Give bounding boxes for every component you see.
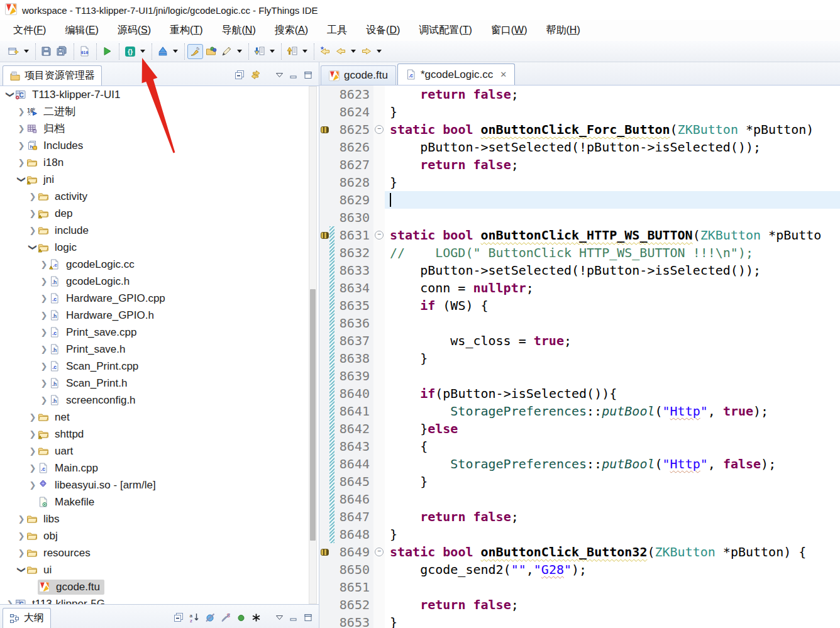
- upload-target-dropdown-caret[interactable]: [302, 50, 307, 53]
- collapse-all-icon[interactable]: [174, 612, 184, 622]
- code-text[interactable]: conn = nullptr;: [385, 279, 840, 297]
- code-line-8623[interactable]: 8623 return false;: [319, 85, 840, 103]
- code-text[interactable]: StoragePreferences::putBool("Http", fals…: [385, 455, 840, 473]
- editor-tab--gcodeLogic.cc[interactable]: .c*gcodeLogic.cc✕: [397, 63, 515, 85]
- tree-expand-icon[interactable]: ❯: [39, 344, 49, 354]
- forward-dropdown-caret[interactable]: [377, 50, 382, 53]
- fold-collapse-icon[interactable]: −: [375, 548, 384, 556]
- tree-item-归档[interactable]: ❯归档: [16, 120, 67, 137]
- code-line-8624[interactable]: 8624}: [319, 103, 840, 121]
- tree-item-obj[interactable]: ❯obj: [16, 527, 60, 544]
- tree-item-ui[interactable]: ❯ui: [16, 561, 53, 578]
- code-line-8631[interactable]: 8631−static bool onButtonClick_HTTP_WS_B…: [319, 226, 840, 244]
- tab-close-icon[interactable]: ✕: [500, 70, 507, 79]
- code-line-8629[interactable]: 8629: [319, 191, 840, 209]
- flash-download-dropdown-caret[interactable]: [173, 50, 178, 53]
- fold-collapse-icon[interactable]: −: [375, 125, 384, 134]
- tree-item-resources[interactable]: ❯resources: [16, 544, 92, 561]
- code-line-8648[interactable]: 8648}: [319, 526, 840, 543]
- tree-expand-icon[interactable]: ❯: [5, 599, 15, 604]
- code-line-8645[interactable]: 8645 }: [319, 473, 840, 490]
- save-all-button[interactable]: [54, 44, 70, 59]
- tree-expand-icon[interactable]: ❯: [39, 361, 49, 371]
- tree-expand-icon[interactable]: ❯: [28, 429, 38, 439]
- code-line-8653[interactable]: 8653}: [319, 614, 840, 628]
- tree-item-libeasyui.so---arm-le-[interactable]: ❯libeasyui.so - [arm/le]: [28, 477, 158, 493]
- code-line-8638[interactable]: 8638 }: [319, 350, 840, 367]
- code-line-8643[interactable]: 8643 {: [319, 438, 840, 455]
- tree-expand-icon[interactable]: ❯: [28, 463, 38, 473]
- tree-item-activity[interactable]: ❯activity: [28, 188, 89, 205]
- tree-item-Print_save.cpp[interactable]: ❯.cPrint_save.cpp: [39, 324, 138, 341]
- new-wizard-button[interactable]: [6, 44, 21, 59]
- code-line-8627[interactable]: 8627 return false;: [319, 156, 840, 174]
- tree-expand-icon[interactable]: ❯: [6, 90, 15, 100]
- tree-item-二进制[interactable]: ❯10二进制: [16, 103, 77, 120]
- tree-expand-icon[interactable]: ❯: [16, 141, 26, 150]
- code-line-8646[interactable]: 8646: [319, 490, 840, 508]
- download-target-dropdown-caret[interactable]: [270, 50, 275, 53]
- code-text[interactable]: static bool onButtonClick_Forc_Button(ZK…: [385, 121, 840, 138]
- tree-expand-icon[interactable]: ❯: [16, 158, 26, 167]
- flash-download-button[interactable]: [155, 44, 170, 59]
- tree-item-gcode.ftu[interactable]: gcode.ftu: [28, 578, 104, 595]
- code-line-8626[interactable]: 8626 pButton->setSelected(!pButton->isSe…: [319, 138, 840, 156]
- code-line-8641[interactable]: 8641 StoragePreferences::putBool("Http",…: [319, 402, 840, 420]
- binary-file-button[interactable]: 010: [77, 44, 92, 59]
- code-text[interactable]: {: [385, 438, 840, 455]
- tree-expand-icon[interactable]: ❯: [39, 395, 49, 405]
- tree-item-i18n[interactable]: ❯i18n: [16, 154, 65, 171]
- code-line-8640[interactable]: 8640 if(pButton->isSelected()){: [319, 385, 840, 402]
- tree-expand-icon[interactable]: ❯: [28, 226, 38, 235]
- code-text[interactable]: [385, 578, 840, 596]
- link-editor-icon[interactable]: [250, 70, 261, 80]
- code-text[interactable]: return false;: [385, 85, 840, 103]
- tree-expand-icon[interactable]: ❯: [28, 446, 38, 456]
- hide-non-public-icon[interactable]: [251, 613, 261, 622]
- code-text[interactable]: }: [385, 473, 840, 490]
- code-line-8634[interactable]: 8634 conn = nullptr;: [319, 279, 840, 297]
- tab-outline[interactable]: 大纲: [3, 608, 51, 628]
- menu-item-窗口-W-[interactable]: 窗口(W): [483, 21, 536, 40]
- code-text[interactable]: }: [385, 614, 840, 628]
- code-line-8644[interactable]: 8644 StoragePreferences::putBool("Http",…: [319, 455, 840, 473]
- tree-expand-icon[interactable]: ❯: [39, 260, 49, 269]
- code-line-8651[interactable]: 8651: [319, 578, 840, 596]
- new-wizard-dropdown-caret[interactable]: [24, 50, 29, 53]
- format-brush-button[interactable]: [187, 44, 203, 59]
- code-text[interactable]: static bool onButtonClick_HTTP_WS_BUTTON…: [385, 226, 840, 244]
- tree-expand-icon[interactable]: ❯: [17, 565, 26, 575]
- menu-item-重构-T-[interactable]: 重构(T): [162, 21, 211, 40]
- tree-item-jni[interactable]: ❯jni: [16, 171, 56, 188]
- tree-expand-icon[interactable]: ❯: [28, 243, 38, 253]
- back-star-button[interactable]: [317, 44, 333, 59]
- tree-item-Main.cpp[interactable]: ❯.cMain.cpp: [28, 460, 100, 477]
- code-text[interactable]: return false;: [385, 508, 840, 526]
- tree-item-Includes[interactable]: ❯hIncludes: [16, 137, 85, 154]
- tree-item-shttpd[interactable]: ❯shttpd: [28, 426, 86, 443]
- tree-expand-icon[interactable]: ❯: [39, 277, 49, 286]
- code-text[interactable]: static bool onButtonClick_Button32(ZKBut…: [385, 543, 840, 561]
- back-button[interactable]: [333, 44, 348, 59]
- code-text[interactable]: StoragePreferences::putBool("Http", true…: [385, 402, 840, 420]
- code-text[interactable]: }: [385, 103, 840, 121]
- tree-item-Hardware_GPIO.h[interactable]: ❯.hHardware_GPIO.h: [39, 307, 156, 324]
- code-text[interactable]: [385, 314, 840, 332]
- code-editor[interactable]: 8623 return false;8624}8625−static bool …: [319, 85, 840, 628]
- view-menu-icon[interactable]: [275, 71, 284, 79]
- code-text[interactable]: // LOGD(" ButtonClick HTTP_WS_BUTTON !!!…: [385, 244, 840, 262]
- code-text[interactable]: [385, 490, 840, 508]
- pen-tool-dropdown-caret[interactable]: [237, 50, 242, 53]
- sort-icon[interactable]: az: [189, 612, 199, 622]
- tree-expand-icon[interactable]: ❯: [28, 412, 38, 422]
- menu-item-导航-N-[interactable]: 导航(N): [214, 21, 264, 40]
- code-text[interactable]: if(pButton->isSelected()){: [385, 385, 840, 402]
- code-text[interactable]: pButton->setSelected(!pButton->isSelecte…: [385, 138, 840, 156]
- code-text[interactable]: return false;: [385, 596, 840, 614]
- code-text[interactable]: [385, 367, 840, 385]
- code-line-8632[interactable]: 8632// LOGD(" ButtonClick HTTP_WS_BUTTON…: [319, 244, 840, 262]
- code-line-8652[interactable]: 8652 return false;: [319, 596, 840, 614]
- build-braces-button[interactable]: {}: [122, 44, 138, 59]
- menu-item-文件-F-[interactable]: 文件(F): [5, 21, 54, 40]
- menu-item-编辑-E-[interactable]: 编辑(E): [57, 21, 106, 40]
